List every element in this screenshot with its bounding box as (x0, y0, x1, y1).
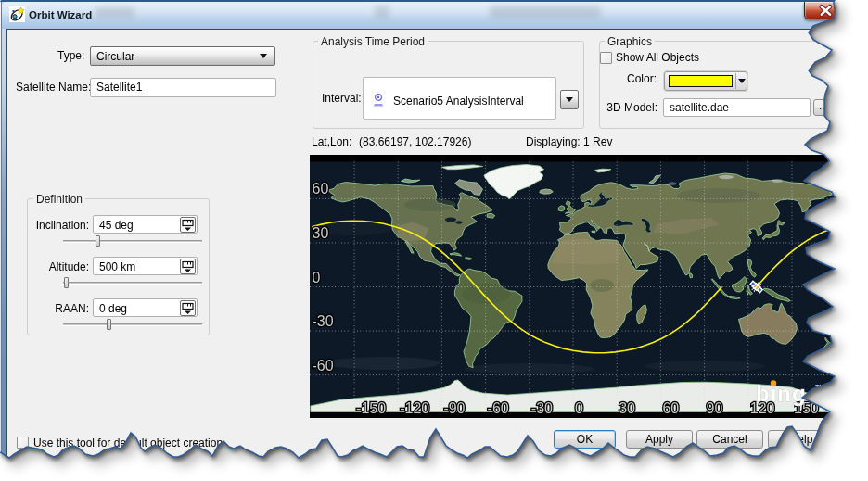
svg-text:TM: TM (815, 384, 824, 390)
svg-text:-30: -30 (312, 313, 333, 329)
svg-text:-150: -150 (356, 400, 386, 416)
svg-text:60: 60 (662, 400, 679, 416)
svg-text:bing: bing (756, 381, 807, 406)
svg-text:-60: -60 (487, 400, 508, 416)
svg-text:30: 30 (312, 225, 328, 241)
svg-text:90: 90 (706, 400, 722, 416)
svg-text:30: 30 (619, 400, 635, 416)
svg-text:0: 0 (575, 400, 583, 416)
svg-text:0: 0 (312, 269, 320, 285)
svg-text:60: 60 (312, 181, 328, 196)
svg-text:-90: -90 (443, 400, 465, 416)
svg-text:-30: -30 (530, 400, 552, 416)
svg-text:-120: -120 (400, 400, 429, 416)
svg-text:-60: -60 (312, 357, 333, 373)
